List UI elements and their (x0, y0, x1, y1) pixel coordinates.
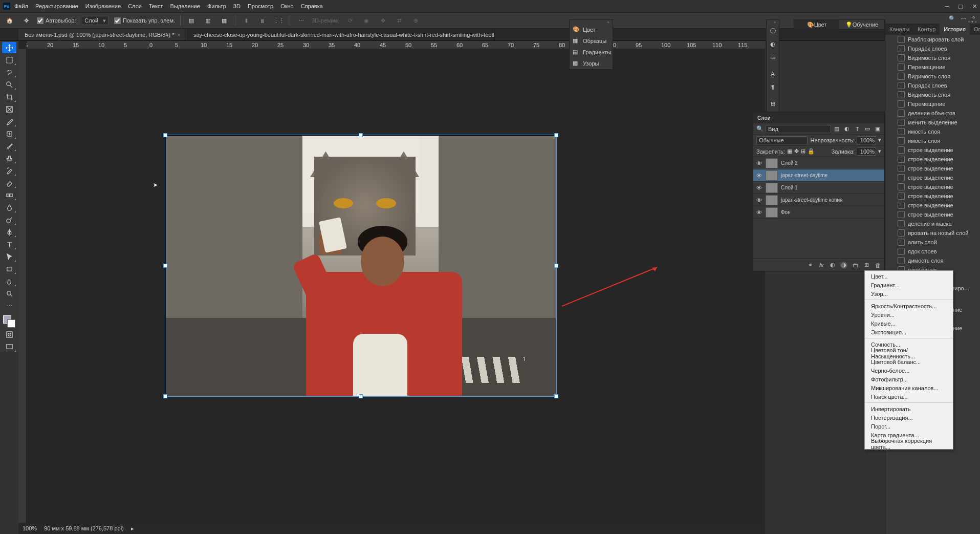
autoselect-target[interactable]: Слой (81, 16, 109, 25)
menu-window[interactable]: Окно (280, 3, 294, 9)
menu-filter[interactable]: Фильтр (207, 3, 226, 9)
ctx-item[interactable]: Порог... (865, 422, 953, 431)
layer-row[interactable]: 👁Слой 1 (753, 182, 884, 194)
align-left-icon[interactable]: ▤ (186, 15, 197, 26)
filter-pixel-icon[interactable]: ▨ (833, 125, 840, 133)
history-item[interactable]: имость слоя (885, 127, 980, 136)
ctx-item[interactable]: Постеризация... (865, 413, 953, 422)
dock-grip[interactable]: » (570, 20, 613, 24)
layer-fx-icon[interactable]: fx (818, 262, 825, 269)
dodge-tool[interactable] (2, 214, 16, 225)
history-item[interactable]: деление объектов (885, 109, 980, 118)
heal-tool[interactable] (2, 128, 16, 139)
filter-shape-icon[interactable]: ▭ (864, 125, 871, 133)
frame-tool[interactable] (2, 103, 16, 115)
pen-tool[interactable] (2, 226, 16, 238)
filter-type-icon[interactable]: T (854, 125, 861, 133)
menu-3d[interactable]: 3D (233, 3, 241, 9)
group-icon[interactable]: 🗀 (852, 262, 859, 269)
ctx-item[interactable]: Градиент... (865, 281, 953, 289)
menu-text[interactable]: Текст (149, 3, 163, 9)
history-item[interactable]: строе выделение (885, 145, 980, 155)
properties-icon[interactable]: ⓘ (767, 24, 779, 37)
delete-layer-icon[interactable]: 🗑 (874, 262, 881, 269)
panel-color[interactable]: 🎨Цвет (570, 24, 613, 35)
history-item[interactable]: Порядок слоев (885, 44, 980, 53)
visibility-icon[interactable]: 👁 (755, 197, 763, 204)
history-item[interactable]: Видимость слоя (885, 90, 980, 99)
visibility-icon[interactable]: 👁 (755, 209, 763, 216)
history-item[interactable]: Порядок слоев (885, 81, 980, 90)
history-item[interactable]: ировать на новый слой (885, 228, 980, 238)
panel-gradients[interactable]: ▤Градиенты (570, 47, 613, 58)
ctx-item[interactable]: Микширование каналов... (865, 383, 953, 392)
eyedropper-tool[interactable] (2, 116, 16, 127)
history-item[interactable]: Перемещение (885, 99, 980, 109)
stamp-tool[interactable] (2, 153, 16, 164)
new-layer-icon[interactable]: ⊞ (863, 262, 870, 269)
ctx-item[interactable]: Узор... (865, 289, 953, 298)
ctx-item[interactable]: Кривые... (865, 319, 953, 328)
filter-smart-icon[interactable]: ▣ (874, 125, 881, 133)
distribute-h-icon[interactable]: ⫴ (241, 15, 252, 26)
history-item[interactable]: Видимость слоя (885, 72, 980, 81)
history-item[interactable]: ядок слоев (885, 247, 980, 256)
libraries-icon[interactable]: ▭ (767, 51, 779, 64)
layer-row[interactable]: 👁japan-street-daytime копия (753, 194, 884, 206)
screen-mode-tool[interactable] (2, 341, 16, 352)
history-brush-tool[interactable] (2, 165, 16, 176)
doc-info[interactable]: 90 мм x 59,88 мм (276,578 ppi) (44, 525, 124, 531)
ctx-item[interactable]: Инвертировать (865, 404, 953, 413)
ctx-item[interactable]: Черно-белое... (865, 366, 953, 375)
dock-grip[interactable]: « ▾ × (885, 19, 980, 24)
ctx-item[interactable]: Цвет... (865, 272, 953, 281)
distribute-icon[interactable]: ⋮⋮ (273, 15, 285, 26)
dock-grip[interactable]: » (767, 20, 779, 24)
show-controls-checkbox[interactable]: Показать упр. элем. (114, 17, 175, 24)
align-right-icon[interactable]: ▦ (219, 15, 230, 26)
visibility-icon[interactable]: 👁 (755, 184, 763, 191)
panel-swatches[interactable]: ▦Образцы (570, 35, 613, 47)
close-icon[interactable]: ✕ (972, 3, 977, 10)
history-item[interactable]: имость слоя (885, 136, 980, 145)
panel-patterns[interactable]: ▩Узоры (570, 58, 613, 69)
visibility-icon[interactable]: 👁 (755, 172, 763, 179)
lock-pixels-icon[interactable]: ▦ (787, 148, 792, 155)
menu-image[interactable]: Изображение (85, 3, 121, 9)
history-item[interactable]: Перемещение (885, 62, 980, 72)
history-item[interactable]: деление и маска (885, 219, 980, 228)
autoselect-checkbox[interactable]: Автовыбор: (37, 17, 76, 24)
history-item[interactable]: Видимость слоя (885, 53, 980, 62)
minimize-icon[interactable]: ─ (945, 3, 949, 10)
type-tool[interactable] (2, 239, 16, 250)
tab-paths[interactable]: Контур (913, 24, 940, 35)
layer-row[interactable]: 👁Слой 2 (753, 157, 884, 169)
marquee-tool[interactable] (2, 54, 16, 66)
home-icon[interactable]: 🏠 (4, 15, 15, 26)
ctx-item[interactable]: Поиск цвета... (865, 392, 953, 401)
menu-select[interactable]: Выделение (170, 3, 200, 9)
quick-mask-tool[interactable] (2, 329, 16, 340)
chevron-right-icon[interactable]: ▸ (131, 525, 134, 532)
tab-learn[interactable]: 💡 Обучение (839, 20, 884, 29)
ctx-item[interactable]: Уровни... (865, 310, 953, 319)
history-item[interactable]: строе выделение (885, 173, 980, 182)
tab-history[interactable]: История (940, 24, 970, 35)
ctx-item[interactable]: Экспозиция... (865, 328, 953, 336)
menu-file[interactable]: Файл (14, 3, 28, 9)
doc-tab-1[interactable]: Без имени-1.psd @ 100% (japan-street-day… (18, 29, 187, 40)
hand-tool[interactable] (2, 275, 16, 287)
menu-edit[interactable]: Редактирование (35, 3, 78, 9)
close-tab-icon[interactable]: × (177, 32, 180, 38)
distribute-v-icon[interactable]: ⫼ (257, 15, 268, 26)
path-select-tool[interactable] (2, 251, 16, 262)
paragraph-icon[interactable]: ¶ (767, 80, 779, 94)
blur-tool[interactable] (2, 202, 16, 213)
history-item[interactable]: строе выделение (885, 155, 980, 164)
maximize-icon[interactable]: ▢ (958, 3, 963, 10)
layer-row[interactable]: 👁Фон (753, 206, 884, 219)
brush-tool[interactable] (2, 140, 16, 152)
canvas-area[interactable]: 2520151050510152025303540455055606570758… (18, 41, 765, 523)
history-item[interactable]: строе выделение (885, 191, 980, 201)
history-item[interactable]: димость слоя (885, 256, 980, 265)
